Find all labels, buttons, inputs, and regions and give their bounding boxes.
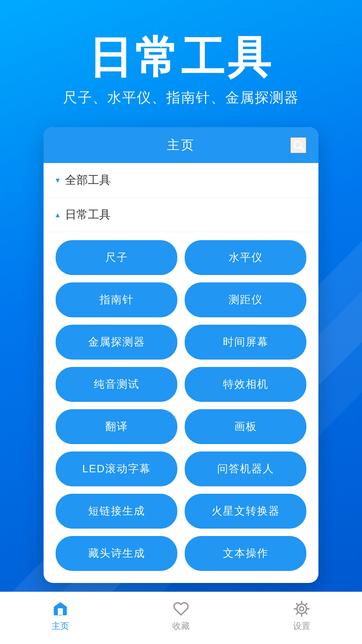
tool-button-4[interactable]: 金属探测器 — [56, 325, 177, 360]
tool-button-0[interactable]: 尺子 — [56, 240, 177, 275]
tool-button-9[interactable]: 画板 — [185, 409, 306, 444]
nav-home-label: 主页 — [52, 620, 69, 632]
card-header-title: 主页 — [167, 137, 195, 154]
daily-tools-label: 日常工具 — [65, 207, 111, 222]
tool-button-10[interactable]: LED滚动字幕 — [56, 451, 177, 486]
daily-tools-section[interactable]: ▴ 日常工具 — [44, 198, 318, 232]
tool-button-6[interactable]: 纯音测试 — [56, 367, 177, 402]
chevron-down-icon: ▾ — [56, 175, 60, 185]
svg-point-3 — [297, 604, 306, 613]
bottom-nav: 主页 收藏 设置 — [0, 592, 362, 644]
search-icon — [292, 139, 304, 151]
hero-title: 日常工具 — [0, 34, 362, 82]
hero-subtitle: 尺子、水平仪、指南针、金属探测器 — [0, 88, 362, 107]
nav-favorites-label: 收藏 — [172, 620, 190, 632]
tool-button-11[interactable]: 问答机器人 — [185, 451, 306, 486]
tool-button-3[interactable]: 测距仪 — [185, 282, 306, 317]
tool-button-7[interactable]: 特效相机 — [185, 367, 306, 402]
tools-grid: 尺子水平仪指南针测距仪金属探测器时间屏幕纯音测试特效相机翻译画板LED滚动字幕问… — [44, 232, 318, 583]
tool-button-15[interactable]: 文本操作 — [185, 536, 306, 571]
nav-settings[interactable]: 设置 — [293, 600, 310, 632]
tool-button-14[interactable]: 藏头诗生成 — [56, 536, 177, 571]
main-card: 主页 ▾ 全部工具 ▴ 日常工具 尺子水平仪指南针测距仪金属探测器时间屏幕纯音测… — [44, 127, 318, 583]
tool-button-12[interactable]: 短链接生成 — [56, 494, 177, 529]
svg-point-2 — [300, 607, 304, 611]
heart-icon — [172, 600, 190, 618]
all-tools-label: 全部工具 — [65, 172, 111, 188]
tool-button-13[interactable]: 火星文转换器 — [185, 494, 306, 529]
card-header: 主页 — [44, 127, 318, 163]
chevron-up-icon: ▴ — [56, 210, 60, 219]
svg-line-1 — [301, 147, 303, 150]
search-button[interactable] — [290, 137, 306, 153]
nav-favorites[interactable]: 收藏 — [172, 600, 190, 632]
tool-button-8[interactable]: 翻译 — [56, 409, 177, 444]
nav-settings-label: 设置 — [293, 620, 310, 632]
all-tools-section[interactable]: ▾ 全部工具 — [44, 163, 318, 198]
tool-button-1[interactable]: 水平仪 — [185, 240, 306, 275]
nav-home[interactable]: 主页 — [52, 600, 69, 632]
hero-section: 日常工具 尺子、水平仪、指南针、金属探测器 — [0, 0, 362, 127]
tool-button-5[interactable]: 时间屏幕 — [185, 325, 306, 360]
tool-button-2[interactable]: 指南针 — [56, 282, 177, 317]
settings-icon — [293, 600, 310, 618]
home-icon — [52, 600, 69, 618]
